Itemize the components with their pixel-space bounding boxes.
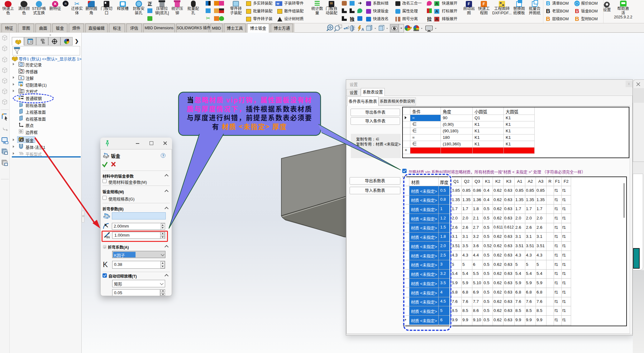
svg-text:A: A [361,27,364,32]
svg-text:A: A [20,77,22,80]
svg-text:D1: D1 [107,236,110,239]
svg-text:Σ: Σ [21,90,22,93]
